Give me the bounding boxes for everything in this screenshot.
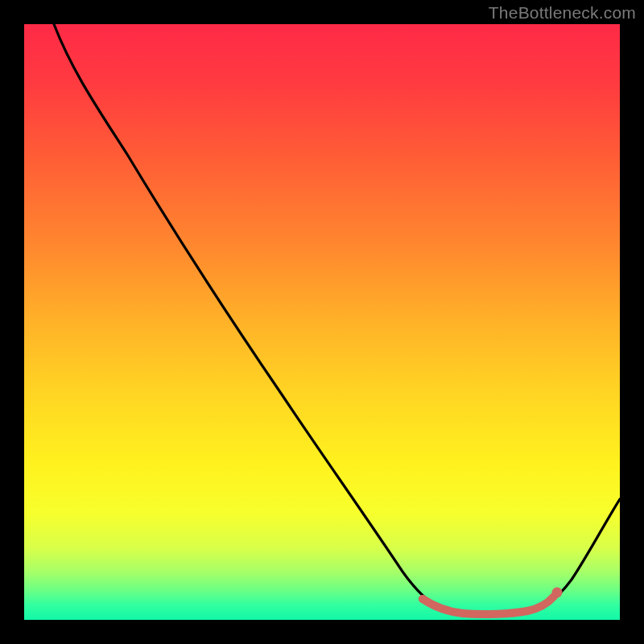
marker-dot-start	[419, 595, 427, 603]
chart-container: TheBottleneck.com	[0, 0, 644, 644]
optimal-range-markers	[24, 24, 620, 620]
optimal-range-stroke	[423, 597, 554, 614]
watermark-text: TheBottleneck.com	[489, 3, 636, 23]
gradient-plot-area	[24, 24, 620, 620]
marker-dot-end	[552, 588, 563, 598]
